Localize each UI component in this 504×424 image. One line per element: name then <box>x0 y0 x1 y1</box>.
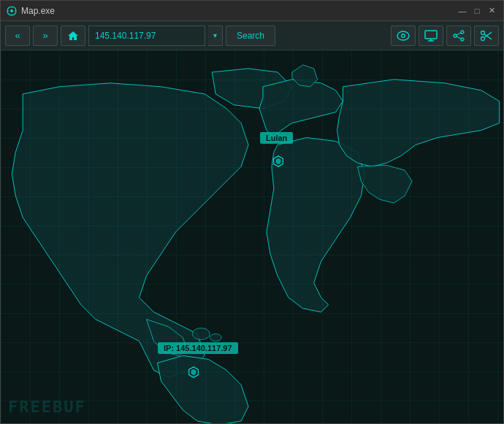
window-title: Map.exe <box>21 6 55 16</box>
maximize-button[interactable]: □ <box>471 5 483 17</box>
map-container[interactable]: Lulan IP: 145.140.117.97 FREEBUF <box>1 50 503 423</box>
svg-point-13 <box>461 38 464 41</box>
svg-point-21 <box>192 328 210 340</box>
tools-button[interactable] <box>474 26 499 46</box>
minimize-button[interactable]: — <box>457 5 468 17</box>
share-icon <box>452 30 465 42</box>
svg-rect-9 <box>425 31 437 39</box>
app-window: Map.exe — □ ✕ « » ▾ Search <box>0 0 504 424</box>
search-button[interactable]: Search <box>226 26 275 46</box>
monitor-button[interactable] <box>419 26 443 46</box>
eye-button[interactable] <box>391 26 416 46</box>
home-button[interactable] <box>61 26 85 46</box>
scissors-icon <box>480 30 493 42</box>
close-button[interactable]: ✕ <box>486 5 497 17</box>
title-bar: Map.exe — □ ✕ <box>1 1 503 21</box>
share-button[interactable] <box>446 26 471 46</box>
svg-point-18 <box>481 31 485 34</box>
svg-point-22 <box>210 334 221 341</box>
svg-point-1 <box>10 9 13 12</box>
address-input[interactable] <box>88 26 205 46</box>
forward-button[interactable]: » <box>33 26 58 46</box>
title-bar-left: Map.exe <box>7 6 55 16</box>
svg-line-16 <box>457 36 461 39</box>
svg-point-14 <box>454 34 457 37</box>
svg-point-17 <box>481 36 485 40</box>
svg-point-8 <box>402 34 405 36</box>
world-map <box>1 50 503 423</box>
eye-icon <box>397 31 410 41</box>
dropdown-button[interactable]: ▾ <box>208 26 223 46</box>
back-button[interactable]: « <box>5 26 30 46</box>
svg-line-15 <box>457 33 461 35</box>
svg-point-12 <box>461 31 464 34</box>
monitor-icon <box>424 30 438 42</box>
window-controls: — □ ✕ <box>457 5 497 17</box>
toolbar: « » ▾ Search <box>1 21 503 50</box>
app-icon <box>7 6 17 16</box>
home-icon <box>67 30 79 42</box>
